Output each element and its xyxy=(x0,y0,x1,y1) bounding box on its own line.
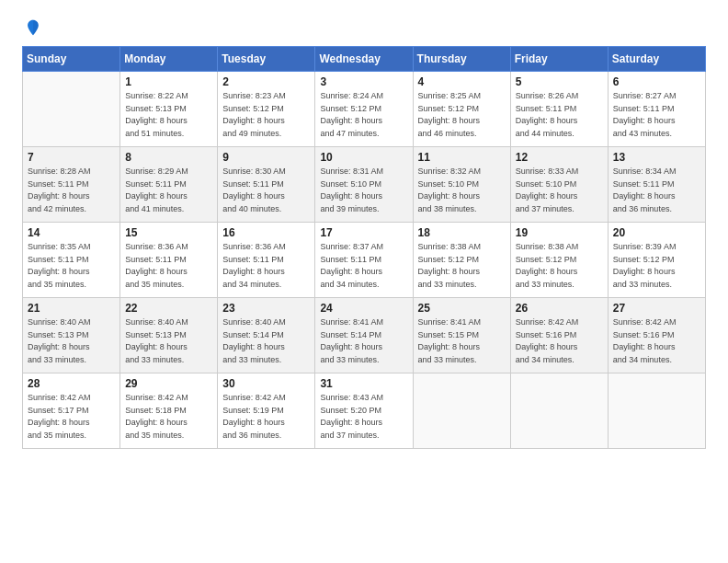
weekday-friday: Friday xyxy=(510,47,608,72)
day-info: Sunrise: 8:27 AM Sunset: 5:11 PM Dayligh… xyxy=(613,90,700,140)
day-info: Sunrise: 8:28 AM Sunset: 5:11 PM Dayligh… xyxy=(28,166,115,215)
day-info: Sunrise: 8:30 AM Sunset: 5:11 PM Dayligh… xyxy=(222,166,310,215)
day-cell xyxy=(23,72,120,147)
day-cell: 19Sunrise: 8:38 AM Sunset: 5:12 PM Dayli… xyxy=(510,223,608,298)
day-cell: 21Sunrise: 8:40 AM Sunset: 5:13 PM Dayli… xyxy=(23,298,120,373)
day-info: Sunrise: 8:39 AM Sunset: 5:12 PM Dayligh… xyxy=(613,241,700,291)
day-number: 23 xyxy=(222,302,310,315)
day-cell: 13Sunrise: 8:34 AM Sunset: 5:11 PM Dayli… xyxy=(608,147,705,223)
day-cell: 16Sunrise: 8:36 AM Sunset: 5:11 PM Dayli… xyxy=(218,223,315,298)
day-number: 8 xyxy=(125,151,212,164)
day-info: Sunrise: 8:36 AM Sunset: 5:11 PM Dayligh… xyxy=(125,241,212,291)
day-number: 7 xyxy=(28,151,115,164)
day-cell: 10Sunrise: 8:31 AM Sunset: 5:10 PM Dayli… xyxy=(315,147,413,223)
day-number: 22 xyxy=(125,302,212,315)
day-cell: 2Sunrise: 8:23 AM Sunset: 5:12 PM Daylig… xyxy=(218,72,315,147)
day-number: 3 xyxy=(320,75,407,88)
logo xyxy=(22,18,42,37)
day-number: 20 xyxy=(613,226,700,239)
day-info: Sunrise: 8:40 AM Sunset: 5:13 PM Dayligh… xyxy=(28,316,115,366)
day-info: Sunrise: 8:38 AM Sunset: 5:12 PM Dayligh… xyxy=(516,241,603,291)
day-cell: 4Sunrise: 8:25 AM Sunset: 5:12 PM Daylig… xyxy=(413,72,510,147)
day-number: 19 xyxy=(516,226,603,239)
day-number: 30 xyxy=(222,377,310,390)
page: SundayMondayTuesdayWednesdayThursdayFrid… xyxy=(0,0,728,563)
day-cell: 5Sunrise: 8:26 AM Sunset: 5:11 PM Daylig… xyxy=(510,72,608,147)
day-cell: 22Sunrise: 8:40 AM Sunset: 5:13 PM Dayli… xyxy=(120,298,218,373)
day-info: Sunrise: 8:22 AM Sunset: 5:13 PM Dayligh… xyxy=(125,90,212,140)
day-cell: 11Sunrise: 8:32 AM Sunset: 5:10 PM Dayli… xyxy=(413,147,510,223)
week-row-1: 1Sunrise: 8:22 AM Sunset: 5:13 PM Daylig… xyxy=(23,72,706,147)
day-info: Sunrise: 8:38 AM Sunset: 5:12 PM Dayligh… xyxy=(418,241,506,291)
week-row-4: 21Sunrise: 8:40 AM Sunset: 5:13 PM Dayli… xyxy=(23,298,706,373)
day-number: 10 xyxy=(320,151,407,164)
day-cell: 20Sunrise: 8:39 AM Sunset: 5:12 PM Dayli… xyxy=(608,223,705,298)
weekday-wednesday: Wednesday xyxy=(315,47,413,72)
day-info: Sunrise: 8:42 AM Sunset: 5:16 PM Dayligh… xyxy=(613,316,700,366)
day-info: Sunrise: 8:31 AM Sunset: 5:10 PM Dayligh… xyxy=(320,166,407,215)
day-number: 21 xyxy=(28,302,115,315)
day-number: 17 xyxy=(320,226,407,239)
day-number: 25 xyxy=(418,302,506,315)
day-number: 9 xyxy=(222,151,310,164)
day-cell: 29Sunrise: 8:42 AM Sunset: 5:18 PM Dayli… xyxy=(120,373,218,449)
day-cell: 26Sunrise: 8:42 AM Sunset: 5:16 PM Dayli… xyxy=(510,298,608,373)
day-info: Sunrise: 8:42 AM Sunset: 5:16 PM Dayligh… xyxy=(516,316,603,366)
day-info: Sunrise: 8:40 AM Sunset: 5:14 PM Dayligh… xyxy=(222,316,310,366)
day-cell: 7Sunrise: 8:28 AM Sunset: 5:11 PM Daylig… xyxy=(23,147,120,223)
day-number: 27 xyxy=(613,302,700,315)
day-cell: 12Sunrise: 8:33 AM Sunset: 5:10 PM Dayli… xyxy=(510,147,608,223)
weekday-saturday: Saturday xyxy=(608,47,705,72)
day-info: Sunrise: 8:33 AM Sunset: 5:10 PM Dayligh… xyxy=(516,166,603,215)
weekday-tuesday: Tuesday xyxy=(218,47,315,72)
week-row-2: 7Sunrise: 8:28 AM Sunset: 5:11 PM Daylig… xyxy=(23,147,706,223)
day-number: 31 xyxy=(320,377,407,390)
day-number: 29 xyxy=(125,377,212,390)
weekday-thursday: Thursday xyxy=(413,47,510,72)
day-number: 1 xyxy=(125,75,212,88)
week-row-5: 28Sunrise: 8:42 AM Sunset: 5:17 PM Dayli… xyxy=(23,373,706,449)
day-number: 5 xyxy=(516,75,603,88)
day-cell: 3Sunrise: 8:24 AM Sunset: 5:12 PM Daylig… xyxy=(315,72,413,147)
week-row-3: 14Sunrise: 8:35 AM Sunset: 5:11 PM Dayli… xyxy=(23,223,706,298)
calendar: SundayMondayTuesdayWednesdayThursdayFrid… xyxy=(22,46,706,449)
day-info: Sunrise: 8:23 AM Sunset: 5:12 PM Dayligh… xyxy=(222,90,310,140)
day-number: 12 xyxy=(516,151,603,164)
day-cell: 6Sunrise: 8:27 AM Sunset: 5:11 PM Daylig… xyxy=(608,72,705,147)
day-info: Sunrise: 8:37 AM Sunset: 5:11 PM Dayligh… xyxy=(320,241,407,291)
day-number: 13 xyxy=(613,151,700,164)
day-info: Sunrise: 8:25 AM Sunset: 5:12 PM Dayligh… xyxy=(418,90,506,140)
day-info: Sunrise: 8:41 AM Sunset: 5:14 PM Dayligh… xyxy=(320,316,407,366)
day-cell: 1Sunrise: 8:22 AM Sunset: 5:13 PM Daylig… xyxy=(120,72,218,147)
day-info: Sunrise: 8:42 AM Sunset: 5:19 PM Dayligh… xyxy=(222,392,310,442)
day-cell: 23Sunrise: 8:40 AM Sunset: 5:14 PM Dayli… xyxy=(218,298,315,373)
day-cell: 31Sunrise: 8:43 AM Sunset: 5:20 PM Dayli… xyxy=(315,373,413,449)
day-cell: 8Sunrise: 8:29 AM Sunset: 5:11 PM Daylig… xyxy=(120,147,218,223)
day-cell: 9Sunrise: 8:30 AM Sunset: 5:11 PM Daylig… xyxy=(218,147,315,223)
day-cell: 24Sunrise: 8:41 AM Sunset: 5:14 PM Dayli… xyxy=(315,298,413,373)
day-info: Sunrise: 8:35 AM Sunset: 5:11 PM Dayligh… xyxy=(28,241,115,291)
day-info: Sunrise: 8:29 AM Sunset: 5:11 PM Dayligh… xyxy=(125,166,212,215)
header xyxy=(22,18,706,37)
day-info: Sunrise: 8:24 AM Sunset: 5:12 PM Dayligh… xyxy=(320,90,407,140)
day-number: 15 xyxy=(125,226,212,239)
day-cell: 15Sunrise: 8:36 AM Sunset: 5:11 PM Dayli… xyxy=(120,223,218,298)
day-info: Sunrise: 8:40 AM Sunset: 5:13 PM Dayligh… xyxy=(125,316,212,366)
day-info: Sunrise: 8:36 AM Sunset: 5:11 PM Dayligh… xyxy=(222,241,310,291)
weekday-monday: Monday xyxy=(120,47,218,72)
day-number: 14 xyxy=(28,226,115,239)
day-number: 16 xyxy=(222,226,310,239)
day-info: Sunrise: 8:26 AM Sunset: 5:11 PM Dayligh… xyxy=(516,90,603,140)
day-number: 18 xyxy=(418,226,506,239)
day-info: Sunrise: 8:32 AM Sunset: 5:10 PM Dayligh… xyxy=(418,166,506,215)
day-info: Sunrise: 8:41 AM Sunset: 5:15 PM Dayligh… xyxy=(418,316,506,366)
day-number: 6 xyxy=(613,75,700,88)
day-number: 2 xyxy=(222,75,310,88)
logo-icon xyxy=(24,18,42,37)
day-cell xyxy=(608,373,705,449)
day-number: 26 xyxy=(516,302,603,315)
day-info: Sunrise: 8:43 AM Sunset: 5:20 PM Dayligh… xyxy=(320,392,407,442)
day-info: Sunrise: 8:42 AM Sunset: 5:17 PM Dayligh… xyxy=(28,392,115,442)
day-info: Sunrise: 8:42 AM Sunset: 5:18 PM Dayligh… xyxy=(125,392,212,442)
day-cell: 14Sunrise: 8:35 AM Sunset: 5:11 PM Dayli… xyxy=(23,223,120,298)
